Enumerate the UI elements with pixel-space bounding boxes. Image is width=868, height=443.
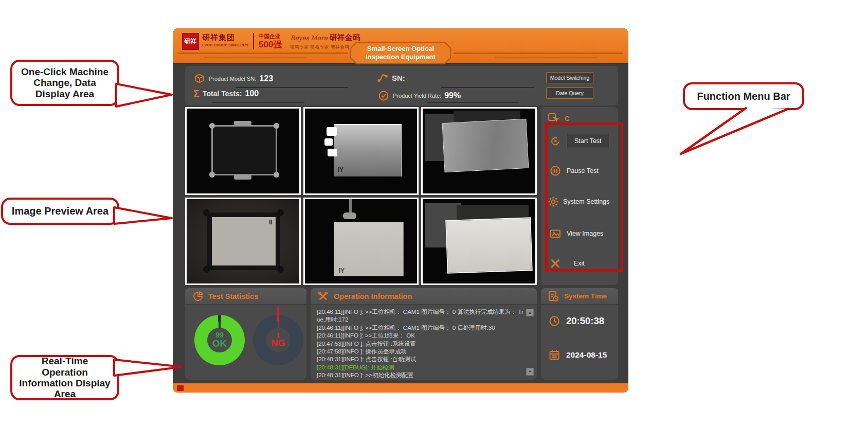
- data-display-panel: Product Model SN: 123 Σ Total Tests: 100…: [185, 66, 618, 105]
- hand-pointer-icon: [547, 112, 559, 125]
- preview-art: [203, 266, 210, 273]
- header-circuit-decor: [495, 57, 598, 58]
- log-line: [20:48:31][INFO ]: 点击按钮 :自动测试: [317, 356, 523, 363]
- preview-art: [209, 123, 215, 129]
- preview-mark: II: [269, 219, 273, 226]
- menu-header-label: C: [565, 115, 569, 122]
- menu-item-pause-test[interactable]: Pause Test: [541, 165, 618, 177]
- logo-divider: [253, 33, 254, 49]
- view-images-label: View Images: [567, 230, 603, 237]
- current-time: 20:50:38: [566, 315, 604, 327]
- preview-art: [277, 266, 284, 273]
- product-model-value: 123: [259, 74, 273, 83]
- date-row: 2024-08-15: [548, 349, 607, 361]
- ng-count: 1: [276, 332, 280, 339]
- preview-image-5[interactable]: IY: [303, 198, 419, 286]
- pie-chart-icon: [191, 290, 204, 303]
- sn-route-icon: [376, 72, 389, 84]
- system-settings-gear-icon: [547, 196, 559, 208]
- logo-script-text: Reyes More: [290, 34, 327, 42]
- function-menu-panel: C Start Test Pause Test System Settings …: [541, 107, 618, 285]
- preview-art: [274, 123, 279, 129]
- date-query-button[interactable]: Date Query: [546, 87, 593, 99]
- preview-art: [328, 149, 337, 156]
- operation-information-title: Operation Information: [334, 292, 412, 300]
- preview-art: [277, 209, 284, 216]
- ng-donut-chart: 1 NG: [253, 315, 303, 365]
- test-statistics-title: Test Statistics: [208, 292, 258, 300]
- preview-art: [343, 212, 356, 219]
- start-test-button[interactable]: Start Test: [567, 134, 609, 148]
- test-statistics-panel: Test Statistics 99 OK 1 NG: [185, 288, 306, 380]
- preview-art: [234, 121, 251, 126]
- system-time-header: System Time: [541, 288, 618, 305]
- log-line: [20:47:53][INFO ]: 点击按钮 :系统设置: [317, 340, 523, 348]
- system-settings-label: System Settings: [563, 198, 609, 205]
- yield-check-icon: [377, 90, 390, 102]
- annotation-data-area-text: One-Click Machine Change, Data Display A…: [17, 66, 112, 99]
- logo-brand: Reyes More 研祥金码 读码专家·喷检专家·研祥金码: [290, 33, 360, 50]
- current-date: 2024-08-15: [566, 350, 607, 360]
- menu-item-view-images[interactable]: View Images: [541, 227, 618, 240]
- app-footer-bar: [173, 383, 628, 393]
- ng-label: NG: [272, 339, 285, 348]
- log-scroll-up-button[interactable]: ▲: [526, 309, 534, 316]
- logo-brand-text: 研祥金码: [329, 33, 360, 42]
- sigma-icon: Σ: [193, 88, 200, 99]
- total-tests-value: 100: [245, 89, 259, 98]
- log-line-debug: [20:48:31][DEBUG]: 开始检测: [317, 364, 523, 371]
- log-text-area[interactable]: [20:46:11][INFO ]: >>工位相机： CAM1 图片编号： 0 …: [311, 305, 537, 380]
- header-circuit-decor: [178, 52, 348, 54]
- ok-count: 99: [215, 331, 224, 339]
- model-switching-button[interactable]: Model Switching: [546, 72, 593, 83]
- log-line: [20:46:11][INFO ]: >>工位相机： CAM1 图片编号： 0 …: [317, 324, 523, 332]
- preview-image-3[interactable]: [421, 107, 537, 195]
- menu-item-system-settings[interactable]: System Settings: [541, 196, 618, 208]
- pause-test-label: Pause Test: [567, 167, 599, 174]
- preview-mark: IY: [339, 267, 345, 280]
- crossed-tools-icon: [317, 290, 329, 303]
- preview-art: [234, 175, 251, 180]
- menu-header: C: [541, 107, 618, 127]
- operation-information-header: Operation Information: [311, 288, 537, 305]
- page: 研祥 研祥集团 EVOC GROUP SINCE1979 中国企业 500强 R…: [0, 0, 868, 443]
- preview-image-2[interactable]: IY: [303, 107, 419, 195]
- sn-label: SN:: [392, 74, 405, 82]
- document-clock-icon: [547, 290, 559, 303]
- total-tests-label: Total Tests:: [203, 90, 242, 98]
- underline: [212, 102, 304, 103]
- logo-mark: 研祥: [182, 33, 199, 50]
- header-circuit-decor: [204, 57, 306, 58]
- sn-field[interactable]: SN:: [376, 72, 408, 84]
- preview-image-6[interactable]: [421, 198, 537, 286]
- exit-label: Exit: [574, 260, 585, 267]
- header-circuit-decor: [454, 52, 623, 54]
- log-line: [20:47:58][INFO ]: 操作员登录成功: [317, 348, 523, 356]
- preview-art: [334, 124, 402, 176]
- preview-art: [203, 209, 210, 216]
- preview-art: [209, 172, 215, 178]
- preview-mark: IY: [338, 166, 343, 189]
- logo-slogan: 读码专家·喷检专家·研祥金码: [290, 44, 360, 50]
- preview-image-4[interactable]: II: [185, 198, 301, 286]
- annotation-menu-bar-text: Function Menu Bar: [697, 91, 790, 102]
- menu-item-start-test[interactable]: Start Test: [541, 134, 618, 148]
- menu-item-exit[interactable]: Exit: [541, 257, 618, 270]
- app-header: 研祥 研祥集团 EVOC GROUP SINCE1979 中国企业 500强 R…: [173, 28, 628, 64]
- annotation-menu-bar-callout: Function Menu Bar: [683, 82, 804, 110]
- exit-x-icon: [549, 257, 562, 270]
- product-model-box-icon: [193, 73, 206, 85]
- log-line: [20:46:11][INFO ]: >>工位相机： CAM1 图片编号： 0 …: [317, 308, 523, 324]
- preview-art: [446, 217, 533, 274]
- ok-donut-chart: 99 OK: [194, 315, 245, 365]
- log-scroll-down-button[interactable]: ▼: [526, 368, 534, 376]
- annotation-info-area-callout: Real-Time Operation Information Display …: [10, 355, 119, 400]
- annotation-image-area-callout: Image Preview Area: [1, 198, 119, 225]
- ok-label: OK: [212, 339, 227, 349]
- preview-image-1[interactable]: [185, 107, 301, 195]
- app-title-line2: Inspection Equipment: [366, 53, 436, 61]
- test-statistics-header: Test Statistics: [185, 288, 306, 305]
- underline: [236, 87, 348, 88]
- system-time-panel: System Time 20:50:38 2024-08-15: [541, 288, 618, 380]
- log-line: [20:48:31][INFO ]: >>初始化检测配置: [317, 371, 523, 379]
